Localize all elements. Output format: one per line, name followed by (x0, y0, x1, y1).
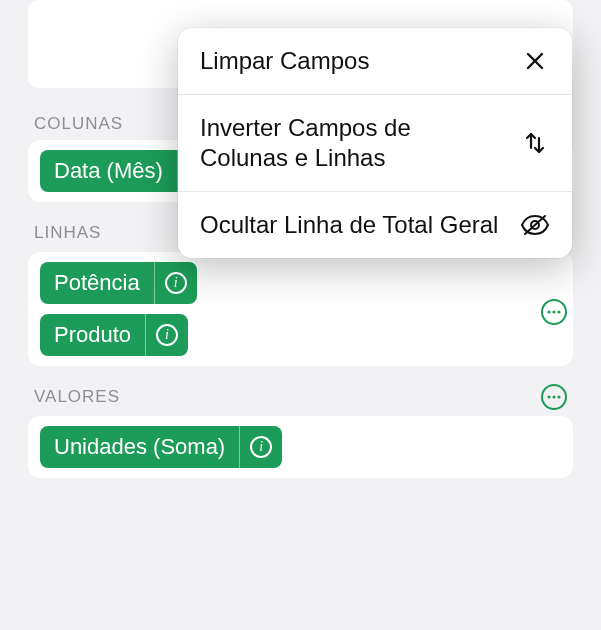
field-pill-label: Produto (40, 314, 145, 356)
svg-point-5 (557, 395, 560, 398)
field-pill-label: Unidades (Soma) (40, 426, 239, 468)
field-info-button[interactable]: i (240, 426, 282, 468)
section-body-values: Unidades (Soma) i (28, 416, 573, 478)
section-more-button[interactable] (541, 384, 567, 410)
field-pill[interactable]: Potência i (40, 262, 197, 304)
section-title-rows: LINHAS (34, 223, 101, 243)
field-pill[interactable]: Produto i (40, 314, 188, 356)
field-info-button[interactable]: i (146, 314, 188, 356)
eye-off-icon (520, 210, 550, 240)
info-icon: i (156, 324, 178, 346)
swap-icon (520, 128, 550, 158)
section-more-button[interactable] (541, 299, 567, 325)
section-title-values: VALORES (34, 387, 120, 407)
svg-point-6 (547, 310, 550, 313)
popover-item-label: Ocultar Linha de Total Geral (200, 210, 502, 240)
info-icon: i (165, 272, 187, 294)
field-info-button[interactable]: i (155, 262, 197, 304)
ellipsis-icon (547, 395, 561, 399)
popover-item-hide-grand-total[interactable]: Ocultar Linha de Total Geral (178, 191, 572, 258)
section-values: VALORES Unidades (Soma) i (28, 384, 573, 478)
close-icon (520, 46, 550, 76)
popover-item-clear-fields[interactable]: Limpar Campos (178, 28, 572, 94)
svg-point-3 (547, 395, 550, 398)
field-pill-label: Potência (40, 262, 154, 304)
section-title-columns: COLUNAS (34, 114, 123, 134)
field-options-popover: Limpar Campos Inverter Campos de Colunas… (178, 28, 572, 258)
section-body-rows: Potência i Produto i (28, 252, 573, 366)
svg-point-4 (552, 395, 555, 398)
field-pill[interactable]: Unidades (Soma) i (40, 426, 282, 468)
popover-item-swap-fields[interactable]: Inverter Campos de Colunas e Linhas (178, 94, 572, 191)
popover-item-label: Inverter Campos de Colunas e Linhas (200, 113, 502, 173)
field-pill-label: Data (Mês) (40, 150, 177, 192)
svg-point-7 (552, 310, 555, 313)
ellipsis-icon (547, 310, 561, 314)
popover-item-label: Limpar Campos (200, 46, 502, 76)
svg-point-8 (557, 310, 560, 313)
info-icon: i (250, 436, 272, 458)
